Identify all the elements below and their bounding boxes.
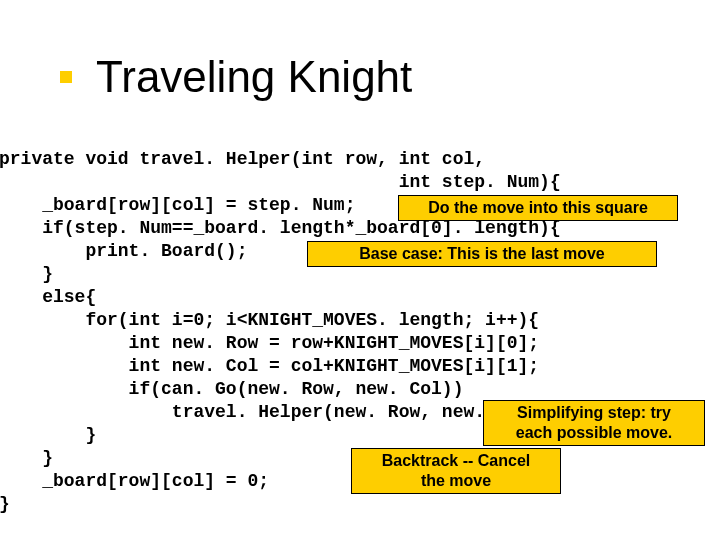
code-line: for(int i=0; i<KNIGHT_MOVES. length; i++… <box>0 310 539 330</box>
annotation-text: Backtrack -- Cancel <box>382 452 531 469</box>
code-line: print. Board(); <box>0 241 247 261</box>
annotation-text: Do the move into this square <box>428 199 648 216</box>
annotation-text: Base case: This is the last move <box>359 245 604 262</box>
annotation-text: each possible move. <box>516 424 673 441</box>
code-line: } <box>0 425 96 445</box>
annotation-text: the move <box>421 472 491 489</box>
slide-title: Traveling Knight <box>96 52 412 102</box>
annotation-simplify: Simplifying step: try each possible move… <box>483 400 705 446</box>
code-line: if(can. Go(new. Row, new. Col)) <box>0 379 463 399</box>
code-line: int new. Col = col+KNIGHT_MOVES[i][1]; <box>0 356 539 376</box>
bullet-icon <box>60 71 72 83</box>
code-line: } <box>0 448 53 468</box>
annotation-base-case: Base case: This is the last move <box>307 241 657 267</box>
code-line: private void travel. Helper(int row, int… <box>0 149 485 169</box>
annotation-backtrack: Backtrack -- Cancel the move <box>351 448 561 494</box>
code-line: _board[row][col] = step. Num; <box>0 195 355 215</box>
code-line: else{ <box>0 287 96 307</box>
code-line: } <box>0 494 10 514</box>
code-line: int step. Num){ <box>0 172 561 192</box>
code-line: if(step. Num==_board. length*_board[0]. … <box>0 218 561 238</box>
annotation-do-move: Do the move into this square <box>398 195 678 221</box>
code-line: } <box>0 264 53 284</box>
annotation-text: Simplifying step: try <box>517 404 671 421</box>
code-line: _board[row][col] = 0; <box>0 471 269 491</box>
slide-title-wrap: Traveling Knight <box>60 52 412 102</box>
code-line: int new. Row = row+KNIGHT_MOVES[i][0]; <box>0 333 539 353</box>
slide: Traveling Knight private void travel. He… <box>0 0 720 540</box>
